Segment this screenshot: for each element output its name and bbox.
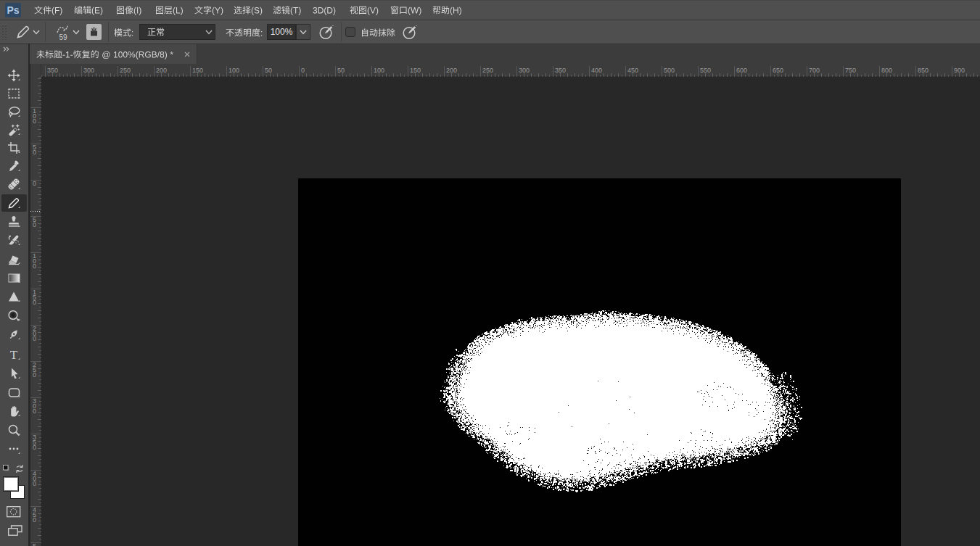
svg-text:T: T (10, 348, 18, 361)
